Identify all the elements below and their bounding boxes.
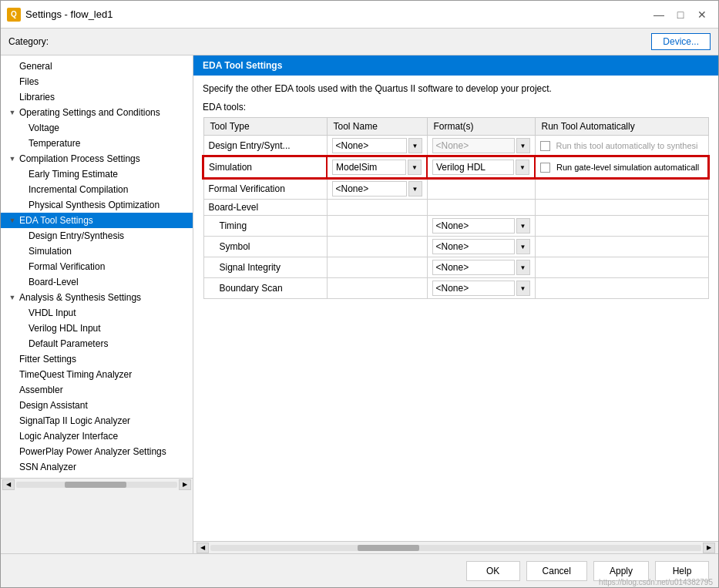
- sidebar-item-label-vhdl-input: VHDL Input: [29, 307, 76, 318]
- sidebar-item-signaltap[interactable]: SignalTap II Logic Analyzer: [1, 413, 193, 428]
- maximize-button[interactable]: □: [670, 5, 690, 25]
- sidebar-item-compilation-process[interactable]: ▼Compilation Process Settings: [1, 151, 193, 166]
- board-format-2-arrow[interactable]: ▼: [516, 260, 530, 275]
- cell-name-formal-verif-row[interactable]: <None>▼: [327, 178, 427, 200]
- sidebar-item-label-design-assistant: Design Assistant: [19, 400, 88, 411]
- col-formats: Format(s): [427, 118, 535, 136]
- ok-button[interactable]: OK: [466, 561, 520, 581]
- sidebar-item-assembler[interactable]: Assembler: [1, 382, 193, 398]
- cell-type-design-entry-row: Design Entry/Synt...: [203, 136, 327, 157]
- run-text-design-entry-row: Run this tool automatically to synthesi: [553, 139, 701, 152]
- expand-icon-early-timing: [16, 169, 27, 180]
- format-simulation-row-value: Verilog HDL: [432, 160, 514, 175]
- cell-board-format-0[interactable]: <None>▼: [427, 216, 535, 237]
- sidebar-item-temperature[interactable]: Temperature: [1, 136, 193, 151]
- sidebar-item-label-libraries: Libraries: [19, 92, 55, 102]
- sidebar-item-board-level[interactable]: Board-Level: [1, 274, 193, 290]
- cell-name-simulation-row[interactable]: ModelSim▼: [327, 156, 427, 178]
- sidebar-item-eda-tool[interactable]: ▼EDA Tool Settings: [1, 213, 193, 228]
- sidebar-item-operating-settings[interactable]: ▼Operating Settings and Conditions: [1, 105, 193, 120]
- cancel-button[interactable]: Cancel: [526, 561, 587, 581]
- table-row-design-entry-row: Design Entry/Synt...<None>▼<None>▼Run th…: [203, 136, 708, 157]
- sidebar-item-files[interactable]: Files: [1, 74, 193, 89]
- sidebar-scrollbar[interactable]: ◀ ▶: [1, 478, 193, 490]
- board-format-0-arrow[interactable]: ▼: [516, 218, 530, 234]
- hscroll-left[interactable]: ◀: [197, 543, 209, 553]
- cell-board-name-0: [327, 216, 427, 237]
- sidebar-item-simulation[interactable]: Simulation: [1, 244, 193, 259]
- sidebar-item-timequest[interactable]: TimeQuest Timing Analyzer: [1, 367, 193, 382]
- sidebar-item-physical-synth[interactable]: Physical Synthesis Optimization: [1, 197, 193, 213]
- cell-run-board: [535, 200, 708, 216]
- settings-window: Q Settings - flow_led1 — □ ✕ Category: D…: [0, 0, 719, 588]
- cell-name-board: [327, 200, 427, 216]
- cell-format-formal-verif-row[interactable]: [427, 178, 535, 200]
- run-checkbox-design-entry-row[interactable]: [540, 141, 550, 151]
- hscroll-thumb[interactable]: [358, 545, 419, 551]
- device-button[interactable]: Device...: [651, 33, 711, 50]
- sidebar-item-analysis-synthesis[interactable]: ▼Analysis & Synthesis Settings: [1, 290, 193, 305]
- name-formal-verif-row-arrow[interactable]: ▼: [408, 181, 422, 197]
- sidebar-item-libraries[interactable]: Libraries: [1, 89, 193, 105]
- col-tool-type: Tool Type: [203, 118, 327, 136]
- sidebar-item-default-params[interactable]: Default Parameters: [1, 336, 193, 351]
- run-text-simulation-row: Run gate-level simulation automaticall: [553, 161, 702, 173]
- sidebar-item-voltage[interactable]: Voltage: [1, 120, 193, 136]
- sidebar-scroll-left[interactable]: ◀: [2, 479, 15, 490]
- expand-icon-files: [7, 76, 18, 87]
- sidebar-item-label-eda-tool: EDA Tool Settings: [19, 215, 93, 226]
- expand-icon-compilation-process: ▼: [7, 153, 18, 164]
- run-checkbox-simulation-row[interactable]: [540, 163, 550, 173]
- sidebar-item-logic-analyzer[interactable]: Logic Analyzer Interface: [1, 428, 193, 444]
- board-format-1-arrow[interactable]: ▼: [516, 239, 530, 254]
- cell-name-design-entry-row[interactable]: <None>▼: [327, 136, 427, 157]
- cell-board-sub-label-3: Boundary Scan: [203, 278, 327, 299]
- sidebar-item-ssn[interactable]: SSN Analyzer: [1, 459, 193, 475]
- app-icon: Q: [7, 8, 21, 22]
- watermark: https://blog.csdn.net/u014382795: [599, 578, 713, 586]
- hscroll-right[interactable]: ▶: [703, 543, 715, 553]
- cell-format-board: [427, 200, 535, 216]
- format-simulation-row-arrow[interactable]: ▼: [516, 160, 529, 175]
- cell-board-format-1[interactable]: <None>▼: [427, 237, 535, 257]
- sidebar-item-fitter[interactable]: Fitter Settings: [1, 351, 193, 367]
- sidebar-item-verilog-hdl[interactable]: Verilog HDL Input: [1, 321, 193, 336]
- name-simulation-row-value: ModelSim: [332, 160, 406, 175]
- cell-board-run-1: [535, 237, 708, 257]
- minimize-button[interactable]: —: [649, 5, 669, 25]
- sidebar-item-powerplay[interactable]: PowerPlay Power Analyzer Settings: [1, 444, 193, 459]
- sidebar-scroll-right[interactable]: ▶: [179, 479, 191, 490]
- cell-board-name-1: [327, 237, 427, 257]
- right-panel-scrollbar[interactable]: ◀ ▶: [193, 541, 718, 553]
- sidebar-scroll-thumb[interactable]: [65, 482, 126, 488]
- window-controls: — □ ✕: [649, 5, 712, 25]
- sidebar-item-early-timing[interactable]: Early Timing Estimate: [1, 166, 193, 182]
- sidebar-item-design-assistant[interactable]: Design Assistant: [1, 398, 193, 413]
- cell-format-simulation-row[interactable]: Verilog HDL▼: [427, 156, 535, 178]
- sidebar-item-vhdl-input[interactable]: VHDL Input: [1, 305, 193, 321]
- sidebar-item-general[interactable]: General: [1, 59, 193, 74]
- cell-format-design-entry-row[interactable]: <None>▼: [427, 136, 535, 157]
- board-format-3-value: <None>: [432, 281, 515, 296]
- cell-board-run-3: [535, 278, 708, 299]
- expand-icon-general: [7, 61, 18, 72]
- cell-board-sub-label-2: Signal Integrity: [203, 257, 327, 278]
- sidebar-item-incremental[interactable]: Incremental Compilation: [1, 182, 193, 197]
- cell-run-simulation-row: Run gate-level simulation automaticall: [535, 156, 708, 178]
- format-design-entry-row-arrow[interactable]: ▼: [516, 138, 530, 153]
- cell-board-name-3: [327, 278, 427, 299]
- cell-type-formal-verif-row: Formal Verification: [203, 178, 327, 200]
- sidebar-item-label-physical-synth: Physical Synthesis Optimization: [29, 200, 160, 210]
- board-format-3-arrow[interactable]: ▼: [516, 281, 530, 296]
- sidebar-item-label-design-entry: Design Entry/Synthesis: [29, 230, 124, 241]
- panel-header: EDA Tool Settings: [193, 55, 718, 76]
- expand-icon-formal-verification: [16, 261, 27, 272]
- sidebar-item-label-powerplay: PowerPlay Power Analyzer Settings: [19, 446, 166, 457]
- cell-board-format-3[interactable]: <None>▼: [427, 278, 535, 299]
- cell-board-format-2[interactable]: <None>▼: [427, 257, 535, 278]
- sidebar-item-design-entry[interactable]: Design Entry/Synthesis: [1, 228, 193, 244]
- name-design-entry-row-arrow[interactable]: ▼: [408, 138, 422, 153]
- close-button[interactable]: ✕: [692, 5, 712, 25]
- sidebar-item-formal-verification[interactable]: Formal Verification: [1, 259, 193, 274]
- name-simulation-row-arrow[interactable]: ▼: [408, 160, 422, 175]
